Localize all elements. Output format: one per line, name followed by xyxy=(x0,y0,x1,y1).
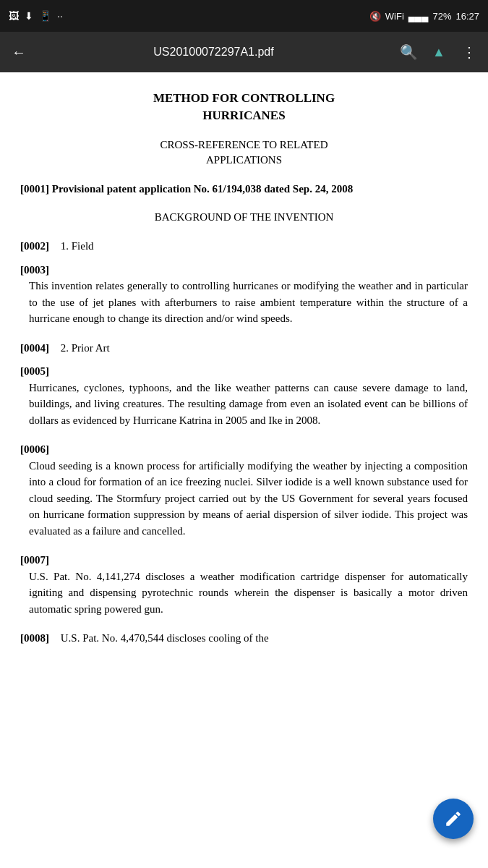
paragraph-0002: [0002] 1. Field xyxy=(20,238,468,255)
image-icon: 🖼 xyxy=(9,10,19,22)
status-bar: 🖼 ⬇ 📱 ·· 🔇 WiFi ▄▄▄ 72% 16:27 xyxy=(0,0,488,32)
paragraph-0004: [0004] 2. Prior Art xyxy=(20,340,468,357)
wifi-icon: WiFi xyxy=(385,11,404,22)
cross-reference-title: CROSS-REFERENCE TO RELATED APPLICATIONS xyxy=(20,137,468,168)
status-right-icons: 🔇 WiFi ▄▄▄ 72% 16:27 xyxy=(369,11,479,22)
background-title: BACKGROUND OF THE INVENTION xyxy=(20,210,468,225)
paragraph-0005: [0005] Hurricanes, cyclones, typhoons, a… xyxy=(20,363,468,428)
status-left-icons: 🖼 ⬇ 📱 ·· xyxy=(9,10,63,22)
paragraph-0006: [0006] Cloud seeding is a known process … xyxy=(20,441,468,539)
paragraph-0007: [0007] U.S. Pat. No. 4,141,274 discloses… xyxy=(20,552,468,617)
more-options-button[interactable]: ⋮ xyxy=(458,41,481,64)
paragraph-0001: [0001] Provisional patent application No… xyxy=(20,181,468,197)
document-main-title: METHOD FOR CONTROLLING HURRICANES xyxy=(20,90,468,124)
clock-time: 16:27 xyxy=(455,11,479,22)
edit-fab-button[interactable] xyxy=(433,799,474,839)
whatsapp-icon: 📱 xyxy=(39,10,51,22)
toolbar: ← US20100072297A1.pdf 🔍 ▲ ⋮ xyxy=(0,32,488,72)
battery-percentage: 72% xyxy=(432,11,451,22)
search-button[interactable]: 🔍 xyxy=(397,41,420,64)
document-content: METHOD FOR CONTROLLING HURRICANES CROSS-… xyxy=(0,72,488,868)
paragraph-0003: [0003] This invention relates generally … xyxy=(20,262,468,327)
signal-bars-icon: ▄▄▄ xyxy=(408,11,429,22)
edit-icon xyxy=(444,809,463,828)
drive-button[interactable]: ▲ xyxy=(427,41,450,64)
paragraph-0008: [0008] U.S. Pat. No. 4,470,544 discloses… xyxy=(20,630,468,647)
muted-icon: 🔇 xyxy=(369,11,381,22)
document-title: US20100072297A1.pdf xyxy=(38,46,390,59)
download-icon: ⬇ xyxy=(25,10,33,22)
dots-icon: ·· xyxy=(57,10,63,22)
back-button[interactable]: ← xyxy=(7,41,30,64)
